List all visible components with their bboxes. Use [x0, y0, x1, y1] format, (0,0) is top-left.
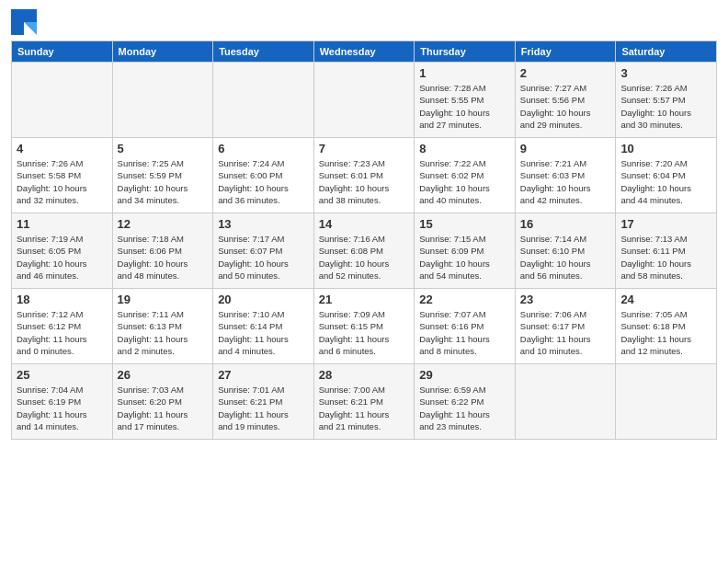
- day-number: 6: [218, 142, 309, 155]
- day-info: Sunrise: 7:00 AMSunset: 6:21 PMDaylight:…: [319, 384, 410, 432]
- calendar-cell: 8Sunrise: 7:22 AMSunset: 6:02 PMDaylight…: [415, 138, 516, 213]
- calendar-cell: 28Sunrise: 7:00 AMSunset: 6:21 PMDayligh…: [313, 364, 415, 440]
- calendar-cell: 18Sunrise: 7:12 AMSunset: 6:12 PMDayligh…: [12, 289, 113, 364]
- day-info: Sunrise: 7:17 AMSunset: 6:07 PMDaylight:…: [218, 233, 309, 282]
- calendar-cell: 1Sunrise: 7:28 AMSunset: 5:55 PMDaylight…: [415, 63, 516, 138]
- day-number: 9: [520, 142, 611, 155]
- calendar-cell: 17Sunrise: 7:13 AMSunset: 6:11 PMDayligh…: [616, 213, 717, 289]
- day-info: Sunrise: 7:05 AMSunset: 6:18 PMDaylight:…: [620, 308, 711, 357]
- calendar-cell: 26Sunrise: 7:03 AMSunset: 6:20 PMDayligh…: [112, 364, 213, 440]
- calendar-cell: 23Sunrise: 7:06 AMSunset: 6:17 PMDayligh…: [515, 289, 616, 364]
- day-number: 15: [419, 217, 510, 231]
- day-number: 13: [218, 217, 309, 231]
- calendar-cell: 24Sunrise: 7:05 AMSunset: 6:18 PMDayligh…: [616, 289, 717, 364]
- calendar-week-row: 18Sunrise: 7:12 AMSunset: 6:12 PMDayligh…: [12, 289, 717, 364]
- day-number: 24: [620, 293, 711, 306]
- page-container: SundayMondayTuesdayWednesdayThursdayFrid…: [0, 0, 728, 447]
- day-number: 25: [17, 368, 108, 382]
- day-number: 2: [520, 66, 611, 80]
- day-info: Sunrise: 7:10 AMSunset: 6:14 PMDaylight:…: [218, 308, 309, 357]
- calendar-cell: 14Sunrise: 7:16 AMSunset: 6:08 PMDayligh…: [313, 213, 415, 289]
- calendar-cell: [515, 364, 616, 440]
- svg-marker-2: [24, 22, 37, 35]
- day-info: Sunrise: 7:20 AMSunset: 6:04 PMDaylight:…: [620, 157, 711, 206]
- calendar-cell: 12Sunrise: 7:18 AMSunset: 6:06 PMDayligh…: [112, 213, 213, 289]
- calendar-cell: 21Sunrise: 7:09 AMSunset: 6:15 PMDayligh…: [313, 289, 415, 364]
- calendar-cell: 6Sunrise: 7:24 AMSunset: 6:00 PMDaylight…: [213, 138, 314, 213]
- day-number: 12: [118, 217, 209, 231]
- day-info: Sunrise: 7:15 AMSunset: 6:09 PMDaylight:…: [419, 233, 510, 282]
- day-number: 1: [419, 66, 510, 80]
- day-number: 29: [419, 368, 510, 382]
- day-info: Sunrise: 7:21 AMSunset: 6:03 PMDaylight:…: [520, 157, 611, 206]
- day-number: 8: [419, 142, 510, 155]
- day-info: Sunrise: 7:09 AMSunset: 6:15 PMDaylight:…: [319, 308, 410, 357]
- day-number: 4: [17, 142, 108, 155]
- calendar-table: SundayMondayTuesdayWednesdayThursdayFrid…: [11, 40, 717, 440]
- day-info: Sunrise: 7:23 AMSunset: 6:01 PMDaylight:…: [319, 157, 410, 206]
- column-header-tuesday: Tuesday: [213, 41, 314, 63]
- day-number: 19: [118, 293, 209, 306]
- calendar-cell: 29Sunrise: 6:59 AMSunset: 6:22 PMDayligh…: [415, 364, 516, 440]
- day-info: Sunrise: 7:06 AMSunset: 6:17 PMDaylight:…: [520, 308, 611, 357]
- calendar-cell: 27Sunrise: 7:01 AMSunset: 6:21 PMDayligh…: [213, 364, 314, 440]
- day-number: 7: [319, 142, 410, 155]
- column-header-wednesday: Wednesday: [313, 41, 415, 63]
- day-info: Sunrise: 7:25 AMSunset: 5:59 PMDaylight:…: [118, 157, 209, 206]
- calendar-week-row: 4Sunrise: 7:26 AMSunset: 5:58 PMDaylight…: [12, 138, 717, 213]
- day-info: Sunrise: 7:24 AMSunset: 6:00 PMDaylight:…: [218, 157, 309, 206]
- logo: [11, 9, 39, 35]
- svg-rect-0: [11, 9, 24, 35]
- day-info: Sunrise: 7:12 AMSunset: 6:12 PMDaylight:…: [17, 308, 108, 357]
- day-info: Sunrise: 7:26 AMSunset: 5:57 PMDaylight:…: [620, 82, 711, 131]
- day-number: 16: [520, 217, 611, 231]
- column-header-thursday: Thursday: [415, 41, 516, 63]
- day-number: 20: [218, 293, 309, 306]
- column-header-friday: Friday: [515, 41, 616, 63]
- day-info: Sunrise: 7:16 AMSunset: 6:08 PMDaylight:…: [319, 233, 410, 282]
- day-number: 27: [218, 368, 309, 382]
- svg-rect-1: [24, 9, 37, 22]
- day-number: 3: [620, 66, 711, 80]
- day-number: 28: [319, 368, 410, 382]
- calendar-cell: 2Sunrise: 7:27 AMSunset: 5:56 PMDaylight…: [515, 63, 616, 138]
- column-header-monday: Monday: [112, 41, 213, 63]
- day-info: Sunrise: 7:22 AMSunset: 6:02 PMDaylight:…: [419, 157, 510, 206]
- day-number: 10: [620, 142, 711, 155]
- calendar-cell: 5Sunrise: 7:25 AMSunset: 5:59 PMDaylight…: [112, 138, 213, 213]
- calendar-cell: 11Sunrise: 7:19 AMSunset: 6:05 PMDayligh…: [12, 213, 113, 289]
- calendar-cell: 25Sunrise: 7:04 AMSunset: 6:19 PMDayligh…: [12, 364, 113, 440]
- calendar-cell: [616, 364, 717, 440]
- calendar-week-row: 11Sunrise: 7:19 AMSunset: 6:05 PMDayligh…: [12, 213, 717, 289]
- calendar-cell: 9Sunrise: 7:21 AMSunset: 6:03 PMDaylight…: [515, 138, 616, 213]
- day-number: 17: [620, 217, 711, 231]
- day-info: Sunrise: 7:13 AMSunset: 6:11 PMDaylight:…: [620, 233, 711, 282]
- calendar-week-row: 1Sunrise: 7:28 AMSunset: 5:55 PMDaylight…: [12, 63, 717, 138]
- header: [11, 9, 717, 35]
- day-number: 22: [419, 293, 510, 306]
- calendar-cell: 15Sunrise: 7:15 AMSunset: 6:09 PMDayligh…: [415, 213, 516, 289]
- day-number: 23: [520, 293, 611, 306]
- day-info: Sunrise: 7:18 AMSunset: 6:06 PMDaylight:…: [118, 233, 209, 282]
- day-number: 26: [118, 368, 209, 382]
- calendar-cell: 16Sunrise: 7:14 AMSunset: 6:10 PMDayligh…: [515, 213, 616, 289]
- day-number: 21: [319, 293, 410, 306]
- day-info: Sunrise: 7:14 AMSunset: 6:10 PMDaylight:…: [520, 233, 611, 282]
- calendar-cell: [313, 63, 415, 138]
- calendar-cell: 4Sunrise: 7:26 AMSunset: 5:58 PMDaylight…: [12, 138, 113, 213]
- day-info: Sunrise: 7:01 AMSunset: 6:21 PMDaylight:…: [218, 384, 309, 432]
- day-info: Sunrise: 7:11 AMSunset: 6:13 PMDaylight:…: [118, 308, 209, 357]
- day-number: 11: [17, 217, 108, 231]
- day-number: 5: [118, 142, 209, 155]
- day-info: Sunrise: 7:27 AMSunset: 5:56 PMDaylight:…: [520, 82, 611, 131]
- column-header-saturday: Saturday: [616, 41, 717, 63]
- calendar-cell: [213, 63, 314, 138]
- calendar-cell: 19Sunrise: 7:11 AMSunset: 6:13 PMDayligh…: [112, 289, 213, 364]
- day-info: Sunrise: 7:03 AMSunset: 6:20 PMDaylight:…: [118, 384, 209, 432]
- calendar-cell: [112, 63, 213, 138]
- day-info: Sunrise: 7:04 AMSunset: 6:19 PMDaylight:…: [17, 384, 108, 432]
- day-number: 14: [319, 217, 410, 231]
- day-info: Sunrise: 7:07 AMSunset: 6:16 PMDaylight:…: [419, 308, 510, 357]
- calendar-cell: 13Sunrise: 7:17 AMSunset: 6:07 PMDayligh…: [213, 213, 314, 289]
- calendar-cell: 3Sunrise: 7:26 AMSunset: 5:57 PMDaylight…: [616, 63, 717, 138]
